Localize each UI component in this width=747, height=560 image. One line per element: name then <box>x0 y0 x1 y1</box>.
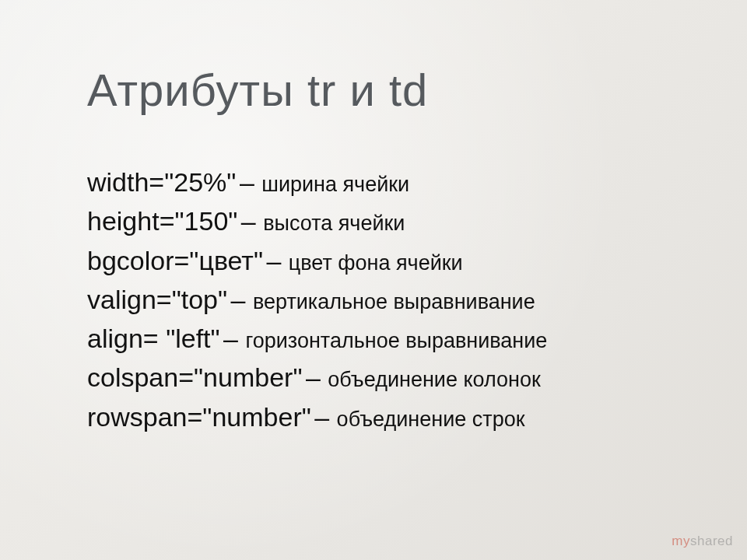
attribute-description: высота ячейки <box>263 212 405 235</box>
watermark-prefix: my <box>672 534 690 548</box>
watermark-suffix: shared <box>690 534 733 548</box>
separator: – <box>241 206 263 236</box>
separator: – <box>231 285 253 314</box>
attribute-code: height="150" <box>87 206 237 236</box>
slide-title: Атрибуты tr и td <box>87 64 428 116</box>
attribute-description: объединение колонок <box>328 368 541 391</box>
separator: – <box>223 324 245 353</box>
attribute-description: вертикальное выравнивание <box>253 290 535 313</box>
slide: Атрибуты tr и td width="25%" – ширина яч… <box>0 0 747 560</box>
attribute-code: rowspan="number" <box>87 402 311 432</box>
attribute-code: colspan="number" <box>87 362 302 392</box>
attribute-line: height="150" – высота ячейки <box>87 202 685 240</box>
watermark: myshared <box>672 534 733 549</box>
separator: – <box>240 167 261 197</box>
attribute-description: цвет фона ячейки <box>289 251 463 275</box>
separator: – <box>306 362 328 392</box>
separator: – <box>266 246 288 275</box>
attribute-code: bgcolor="цвет" <box>87 246 263 275</box>
attribute-line: align= "left" – горизонтальное выравнива… <box>87 320 685 357</box>
attribute-line: rowspan="number" – объединение строк <box>87 398 685 436</box>
attribute-description: объединение строк <box>337 408 525 431</box>
attribute-code: valign="top" <box>87 285 227 314</box>
attribute-line: valign="top" – вертикальное выравнивание <box>87 281 685 318</box>
slide-content: width="25%" – ширина ячейки height="150"… <box>87 163 685 437</box>
attribute-description: горизонтальное выравнивание <box>245 329 547 352</box>
attribute-code: align= "left" <box>87 324 220 353</box>
attribute-line: width="25%" – ширина ячейки <box>87 163 685 201</box>
attribute-description: ширина ячейки <box>261 173 409 196</box>
attribute-line: colspan="number" – объединение колонок <box>87 359 685 396</box>
attribute-line: bgcolor="цвет" – цвет фона ячейки <box>87 242 685 279</box>
separator: – <box>314 402 336 432</box>
attribute-code: width="25%" <box>87 167 236 197</box>
